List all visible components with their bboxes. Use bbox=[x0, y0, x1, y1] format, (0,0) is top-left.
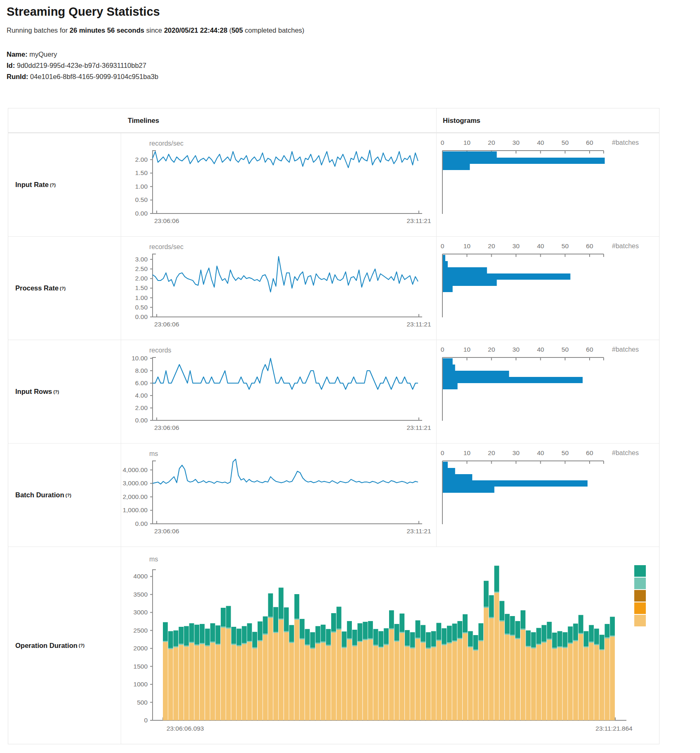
query-id-label: Id: bbox=[7, 62, 15, 69]
svg-text:30: 30 bbox=[512, 449, 520, 456]
help-icon[interactable]: (?) bbox=[79, 643, 84, 648]
svg-text:50: 50 bbox=[561, 449, 569, 456]
svg-text:3500: 3500 bbox=[134, 591, 148, 598]
svg-text:23:11:21: 23:11:21 bbox=[406, 424, 431, 431]
summary-prefix: Running batches for bbox=[7, 26, 69, 34]
operation-duration-stacked-chart: ms4000350030002500200015001000500023:06:… bbox=[121, 547, 659, 744]
help-icon[interactable]: (?) bbox=[65, 493, 71, 498]
help-icon[interactable]: (?) bbox=[60, 286, 66, 291]
svg-text:0.50: 0.50 bbox=[135, 304, 148, 311]
svg-text:#batches: #batches bbox=[612, 139, 639, 146]
batch-duration-histogram-svg: 0102030405060#batches bbox=[437, 444, 659, 547]
svg-text:0: 0 bbox=[441, 139, 444, 146]
svg-text:40: 40 bbox=[537, 346, 545, 353]
svg-text:6.00: 6.00 bbox=[135, 379, 148, 386]
svg-text:ms: ms bbox=[149, 556, 158, 563]
svg-text:10: 10 bbox=[463, 346, 471, 353]
row-label-input-rate: Input Rate(?) bbox=[8, 133, 121, 237]
query-name-line: Name: myQuery bbox=[7, 49, 158, 60]
query-meta: Name: myQuery Id: 9d0dd219-995d-423e-b97… bbox=[7, 49, 158, 82]
query-runid-value: 04e101e6-8bf8-4165-9099-9104c951ba3b bbox=[30, 73, 158, 80]
legend-swatch-series-3 bbox=[634, 590, 646, 602]
summary-open-paren: ( bbox=[227, 26, 232, 34]
svg-text:ms: ms bbox=[149, 450, 158, 457]
operation-duration-legend bbox=[634, 565, 646, 627]
svg-text:records: records bbox=[149, 347, 171, 354]
svg-text:20: 20 bbox=[488, 139, 495, 146]
query-name-label: Name: bbox=[7, 50, 27, 58]
svg-text:500: 500 bbox=[137, 699, 148, 706]
svg-text:#batches: #batches bbox=[612, 242, 639, 249]
query-id-value: 9d0dd219-995d-423e-b97d-36931110bb27 bbox=[17, 62, 146, 69]
svg-text:2.00: 2.00 bbox=[135, 275, 148, 282]
legend-swatch-series-1 bbox=[634, 565, 646, 577]
svg-text:4000: 4000 bbox=[134, 573, 148, 580]
process-rate-histogram-svg: 0102030405060#batches bbox=[437, 237, 659, 340]
svg-text:0: 0 bbox=[144, 717, 148, 724]
svg-text:1.50: 1.50 bbox=[135, 169, 148, 176]
svg-text:#batches: #batches bbox=[612, 449, 639, 456]
process-rate-timeline-svg: records/sec3.002.502.001.501.000.500.002… bbox=[121, 237, 436, 340]
svg-text:60: 60 bbox=[586, 139, 593, 146]
svg-text:1.00: 1.00 bbox=[135, 294, 148, 301]
input-rows-histogram-chart: 0102030405060#batches bbox=[436, 340, 659, 444]
svg-text:3,000.00: 3,000.00 bbox=[123, 480, 148, 487]
svg-text:23:11:21: 23:11:21 bbox=[406, 321, 431, 328]
svg-text:20: 20 bbox=[488, 346, 495, 353]
svg-text:2000: 2000 bbox=[134, 645, 148, 652]
header-timelines: Timelines bbox=[121, 108, 436, 133]
header-histograms: Histograms bbox=[436, 108, 659, 133]
row-label-batch-duration: Batch Duration(?) bbox=[8, 444, 121, 547]
svg-text:23:06:06.093: 23:06:06.093 bbox=[167, 725, 204, 732]
process-rate-histogram-chart: 0102030405060#batches bbox=[436, 237, 659, 340]
svg-text:0.50: 0.50 bbox=[135, 196, 148, 203]
summary-suffix: completed batches) bbox=[243, 26, 304, 34]
summary-since: since bbox=[144, 26, 164, 34]
help-icon[interactable]: (?) bbox=[50, 182, 56, 187]
row-label-process-rate: Process Rate(?) bbox=[8, 237, 121, 340]
svg-text:60: 60 bbox=[586, 346, 593, 353]
svg-text:1.50: 1.50 bbox=[135, 284, 148, 291]
svg-text:1,000.00: 1,000.00 bbox=[123, 506, 148, 513]
batch-duration-timeline-svg: ms4,000.003,000.002,000.001,000.000.0023… bbox=[121, 444, 436, 547]
svg-text:10: 10 bbox=[463, 449, 471, 456]
row-label-text: Batch Duration bbox=[15, 491, 64, 499]
svg-text:8.00: 8.00 bbox=[135, 367, 148, 374]
row-label-text: Input Rate bbox=[15, 181, 49, 189]
svg-text:0: 0 bbox=[441, 242, 444, 249]
summary-duration: 26 minutes 56 seconds bbox=[69, 26, 144, 34]
svg-text:40: 40 bbox=[537, 242, 545, 249]
input-rows-timeline-svg: records10.008.006.004.002.000.0023:06:06… bbox=[121, 340, 436, 444]
query-runid-label: RunId: bbox=[7, 73, 28, 80]
query-runid-line: RunId: 04e101e6-8bf8-4165-9099-9104c951b… bbox=[7, 71, 158, 82]
help-icon[interactable]: (?) bbox=[53, 389, 59, 394]
svg-text:50: 50 bbox=[561, 242, 569, 249]
svg-text:1500: 1500 bbox=[134, 663, 148, 670]
svg-text:30: 30 bbox=[512, 139, 520, 146]
streaming-query-statistics-page: Streaming Query Statistics Running batch… bbox=[0, 0, 700, 753]
svg-text:3.00: 3.00 bbox=[135, 256, 148, 263]
process-rate-timeline-chart: records/sec3.002.502.001.501.000.500.002… bbox=[121, 237, 436, 340]
batch-duration-timeline-chart: ms4,000.003,000.002,000.001,000.000.0023… bbox=[121, 444, 436, 547]
operation-duration-svg: ms4000350030002500200015001000500023:06:… bbox=[121, 547, 659, 744]
svg-text:2.50: 2.50 bbox=[135, 265, 148, 272]
svg-text:2.00: 2.00 bbox=[135, 156, 148, 163]
svg-text:60: 60 bbox=[586, 242, 593, 249]
page-title: Streaming Query Statistics bbox=[7, 5, 160, 19]
header-empty-cell bbox=[8, 108, 121, 133]
svg-text:0.00: 0.00 bbox=[135, 313, 148, 320]
svg-text:23:06:06: 23:06:06 bbox=[154, 528, 179, 535]
summary-start-time: 2020/05/21 22:44:28 bbox=[164, 26, 227, 34]
svg-text:4.00: 4.00 bbox=[135, 392, 148, 399]
input-rate-timeline-svg: records/sec2.001.501.000.500.0023:06:062… bbox=[121, 133, 436, 237]
svg-text:0.00: 0.00 bbox=[135, 417, 148, 424]
svg-text:4,000.00: 4,000.00 bbox=[123, 466, 148, 473]
input-rate-timeline-chart: records/sec2.001.501.000.500.0023:06:062… bbox=[121, 133, 436, 237]
svg-text:3000: 3000 bbox=[134, 609, 148, 616]
legend-swatch-series-2 bbox=[634, 578, 646, 589]
svg-text:23:11:21.864: 23:11:21.864 bbox=[595, 725, 633, 732]
svg-text:0: 0 bbox=[441, 449, 444, 456]
svg-text:23:11:21: 23:11:21 bbox=[406, 528, 431, 535]
svg-text:2,000.00: 2,000.00 bbox=[123, 493, 148, 500]
legend-swatch-series-4 bbox=[634, 602, 646, 614]
